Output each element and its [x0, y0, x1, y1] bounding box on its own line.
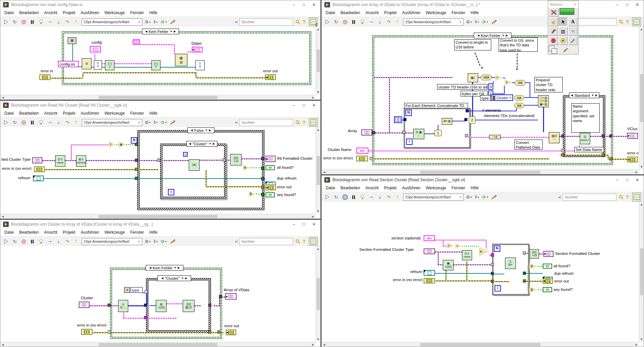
refnum-terminal[interactable]	[33, 176, 44, 181]
type-label[interactable]: type	[480, 95, 491, 101]
case-next-icon[interactable]	[213, 143, 215, 145]
case-prev-icon[interactable]	[191, 129, 193, 132]
menu-item-fenster[interactable]: Fenster	[128, 111, 147, 116]
wire[interactable]	[445, 270, 446, 281]
wire[interactable]	[528, 266, 528, 290]
run-continuous-button[interactable]: ↻	[12, 19, 18, 25]
close-button[interactable]: ✕	[632, 2, 642, 7]
menu-item-bearbeiten[interactable]: Bearbeiten	[16, 230, 41, 235]
folder-constant[interactable]: ▦	[68, 37, 76, 44]
config-label[interactable]: config	[92, 40, 102, 44]
not-node[interactable]: ¬	[455, 243, 462, 249]
type-ring[interactable]: ⇕Cluster▼	[491, 94, 513, 101]
retain-wire-values-icon[interactable]: ⇢	[47, 238, 53, 244]
tunnel[interactable]	[144, 304, 147, 307]
wire[interactable]	[493, 81, 494, 83]
run-button[interactable]	[3, 238, 9, 244]
case-dropdown-icon[interactable]	[591, 94, 594, 97]
wire[interactable]	[368, 151, 561, 151]
open-config-vi-node[interactable]: 🗋✶	[94, 60, 102, 70]
distribute-objects-dropdown[interactable]: ⫴▼	[475, 195, 479, 199]
paintbrush-tool[interactable]	[561, 46, 570, 54]
titlebar[interactable]: Blockdiagramm von Read Section Cluster […	[322, 176, 644, 184]
case-selector-label[interactable]: "Cluster"	[165, 276, 180, 280]
wire[interactable]	[438, 252, 439, 265]
wire[interactable]	[149, 305, 156, 306]
vi-connector-icon[interactable]	[632, 193, 641, 201]
case-next-icon[interactable]	[209, 129, 211, 132]
titlebar[interactable]: Blockdiagramm von Cluster to Array of VD…	[0, 220, 320, 229]
error-in-terminal[interactable]	[34, 166, 45, 172]
tunnel[interactable]	[135, 159, 138, 162]
horizontal-scrollbar[interactable]: ◄►	[322, 169, 639, 174]
scroll-right-icon[interactable]: ►	[312, 343, 315, 346]
tunnel[interactable]	[144, 316, 147, 319]
error-out-terminal[interactable]: ▶	[265, 74, 276, 80]
vertical-scrollbar[interactable]: ▲▼	[639, 27, 644, 169]
wire[interactable]	[486, 240, 487, 249]
and-array-node[interactable]: ∀	[530, 263, 538, 270]
ini-cluster-terminal[interactable]: ▶	[265, 156, 276, 162]
step-into-button[interactable]: ⇣	[377, 194, 383, 200]
distribute-objects-dropdown[interactable]: ⫴▼	[475, 20, 479, 24]
cleanup-diagram-button[interactable]	[170, 19, 176, 25]
wire[interactable]	[71, 145, 72, 160]
wire[interactable]	[501, 137, 549, 138]
wire[interactable]	[71, 145, 109, 145]
connect-wire-tool[interactable]	[549, 27, 558, 36]
wire[interactable]	[438, 264, 443, 265]
tunnel[interactable]: ▲	[523, 272, 526, 275]
wire[interactable]	[539, 254, 543, 255]
wire[interactable]	[140, 44, 175, 45]
elements-tds-label[interactable]: elements TDs (concatenated)	[484, 114, 535, 118]
highlight-execution-icon[interactable]	[359, 194, 365, 200]
window-cluster-to-array[interactable]: Blockdiagramm von Cluster to Array of VD…	[0, 220, 321, 347]
scrollbar-thumb[interactable]	[640, 74, 643, 122]
scroll-down-icon[interactable]: ▼	[640, 165, 643, 168]
comment[interactable]: Prepend cluster TD header onto	[534, 77, 563, 92]
step-over-button[interactable]: ↷	[64, 119, 70, 125]
all-found-label[interactable]: all found?	[553, 264, 570, 268]
wire[interactable]	[435, 280, 491, 281]
loop-count-terminal[interactable]: N	[405, 110, 412, 116]
variant-config-node[interactable]: ✻▤	[175, 54, 187, 66]
wire[interactable]	[475, 120, 538, 120]
wire[interactable]	[43, 178, 137, 179]
variant-to-cluster-node[interactable]: [⊡]↳⊡	[530, 249, 539, 259]
case-prev-icon[interactable]	[571, 94, 573, 97]
build-vdata-node[interactable]: [⊡]▨ ⊡	[183, 300, 194, 312]
align-objects-dropdown[interactable]: ⊞▼	[145, 20, 151, 24]
menu-item-hilfe[interactable]: Hilfe	[468, 186, 481, 190]
menu-item-fenster[interactable]: Fenster	[449, 186, 468, 190]
case-prev-icon[interactable]	[477, 34, 479, 37]
scroll-left-icon[interactable]: ◄	[323, 343, 326, 346]
close-button[interactable]: ✕	[309, 2, 319, 7]
vi-connector-icon[interactable]	[309, 237, 318, 246]
run-button[interactable]	[3, 19, 9, 25]
highlight-execution-icon[interactable]	[38, 238, 44, 244]
step-into-button[interactable]: ⇣	[56, 19, 62, 25]
constant-3[interactable]: 3	[488, 83, 493, 90]
scroll-right-icon[interactable]: ►	[312, 215, 315, 218]
menu-item-werkzeuge[interactable]: Werkzeuge	[102, 111, 127, 116]
help-button[interactable]: ?	[302, 239, 306, 244]
close-button[interactable]: ✕	[574, 2, 577, 7]
vertical-scrollbar[interactable]: ▲▼	[316, 27, 320, 95]
step-over-button[interactable]: ↷	[386, 19, 392, 25]
comment[interactable]: Name argument specified: set name.	[571, 103, 600, 133]
cluster-terminal[interactable]	[79, 302, 90, 308]
horizontal-scrollbar[interactable]: ◄►	[0, 214, 316, 219]
scroll-left-icon[interactable]: ◄	[1, 96, 4, 99]
retain-wire-values-icon[interactable]: ⇢	[47, 19, 53, 25]
menu-item-bearbeiten[interactable]: Bearbeiten	[16, 10, 41, 15]
case-next-icon[interactable]	[595, 94, 597, 97]
wire[interactable]	[147, 293, 147, 304]
wire[interactable]	[206, 170, 207, 187]
tunnel[interactable]	[135, 168, 138, 171]
daten-label[interactable]: Daten	[191, 41, 202, 45]
index-node[interactable]: ⊞↳[⊡]	[156, 300, 167, 312]
wire[interactable]	[264, 179, 266, 179]
array-of-vdata-terminal[interactable]: ▶	[225, 293, 237, 300]
tunnel[interactable]	[372, 131, 375, 134]
step-out-button[interactable]: ⇡	[73, 119, 79, 125]
